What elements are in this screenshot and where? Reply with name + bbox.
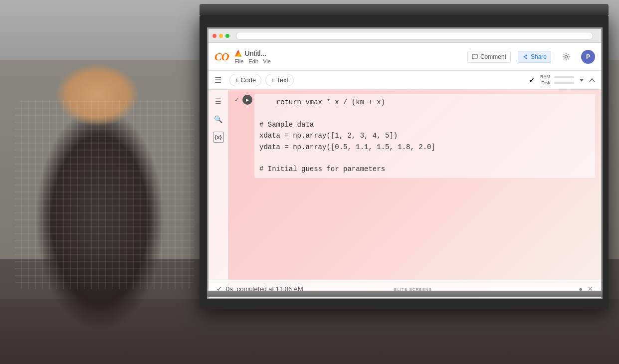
dropdown-icon[interactable] <box>579 77 584 84</box>
disk-label: Disk <box>542 80 551 86</box>
code-line-5: ydata = np.array([0.5, 1.1, 1.5, 1.8, 2.… <box>259 142 590 153</box>
ram-label: RAM <box>540 74 550 80</box>
notebook-body: ☰ 🔍 {x} ✓ ▶ return vmax * x / (km + x) <box>208 90 601 298</box>
notebook-toolbar: ☰ + Code + Text ✓ RAM Disk <box>208 71 601 90</box>
run-cell-button[interactable]: ▶ <box>242 95 252 105</box>
code-content[interactable]: return vmax * x / (km + x) # Sample data… <box>254 94 595 178</box>
title-area: Untitl... File Edit Vie <box>235 49 271 64</box>
search-icon[interactable]: 🔍 <box>213 114 224 125</box>
table-of-contents-icon[interactable]: ☰ <box>213 96 224 107</box>
cell-header-line: ✓ ▶ return vmax * x / (km + x) # Sample … <box>234 94 595 178</box>
drive-icon <box>235 50 242 57</box>
settings-button[interactable] <box>558 51 574 63</box>
share-label: Share <box>531 53 547 60</box>
add-text-label: + Text <box>271 76 288 84</box>
add-code-button[interactable]: + Code <box>229 74 261 86</box>
add-code-label: + Code <box>235 76 256 84</box>
code-line-6 <box>259 153 590 164</box>
projector-label: ELITE SCREENS <box>394 287 432 292</box>
svg-line-6 <box>524 57 526 58</box>
notebook: CO Untitl... File Edit Vie <box>208 29 601 298</box>
close-dot <box>212 34 216 38</box>
code-cell: ✓ ▶ return vmax * x / (km + x) # Sample … <box>228 90 601 183</box>
file-name[interactable]: Untitl... <box>245 49 267 57</box>
left-sidebar: ☰ 🔍 {x} <box>208 90 228 298</box>
code-line-4: xdata = np.array([1, 2, 3, 4, 5]) <box>259 130 590 141</box>
sidebar-toggle-icon[interactable]: ☰ <box>214 75 221 85</box>
menu-view[interactable]: Vie <box>263 58 271 64</box>
comment-button[interactable]: Comment <box>467 51 511 63</box>
share-button[interactable]: Share <box>518 51 551 63</box>
gear-icon <box>562 53 570 61</box>
menu-edit[interactable]: Edit <box>248 58 258 64</box>
screen-surface: CO Untitl... File Edit Vie <box>207 27 603 299</box>
svg-point-7 <box>565 55 568 58</box>
file-menu: File Edit Vie <box>235 58 271 64</box>
share-icon <box>522 54 528 60</box>
svg-rect-0 <box>472 54 477 58</box>
minimize-dot <box>219 34 223 38</box>
menu-file[interactable]: File <box>235 58 244 64</box>
comment-label: Comment <box>480 53 506 60</box>
maximize-dot <box>225 34 229 38</box>
code-line-3: # Sample data <box>259 119 590 130</box>
cell-check: ✓ <box>234 96 239 103</box>
add-text-button[interactable]: + Text <box>265 74 294 86</box>
comment-icon <box>472 54 478 60</box>
check-runtime: ✓ <box>529 75 535 85</box>
chevron-up-icon[interactable] <box>589 78 595 83</box>
ram-bar <box>554 76 574 78</box>
svg-line-5 <box>524 55 526 57</box>
variable-icon[interactable]: {x} <box>213 132 224 143</box>
code-line-1: return vmax * x / (km + x) <box>259 97 590 108</box>
url-bar[interactable] <box>236 32 593 40</box>
code-line-7: # Initial guess for parameters <box>259 164 590 175</box>
notebook-header: CO Untitl... File Edit Vie <box>208 43 601 71</box>
toolbar-right: ✓ RAM Disk <box>529 74 595 86</box>
browser-chrome <box>208 29 601 43</box>
disk-bar <box>554 82 574 84</box>
user-avatar[interactable]: P <box>581 50 595 64</box>
colab-logo: CO <box>214 50 229 63</box>
play-icon: ▶ <box>246 98 249 102</box>
cell-controls: ✓ ▶ <box>234 94 254 105</box>
svg-marker-8 <box>580 79 584 82</box>
header-actions: Comment Share <box>467 50 595 64</box>
shirt-pattern <box>15 100 195 289</box>
ram-disk-indicator: RAM Disk <box>540 74 574 86</box>
code-line-2 <box>259 108 590 119</box>
screen-roller <box>200 4 609 15</box>
file-title: Untitl... <box>235 49 271 57</box>
